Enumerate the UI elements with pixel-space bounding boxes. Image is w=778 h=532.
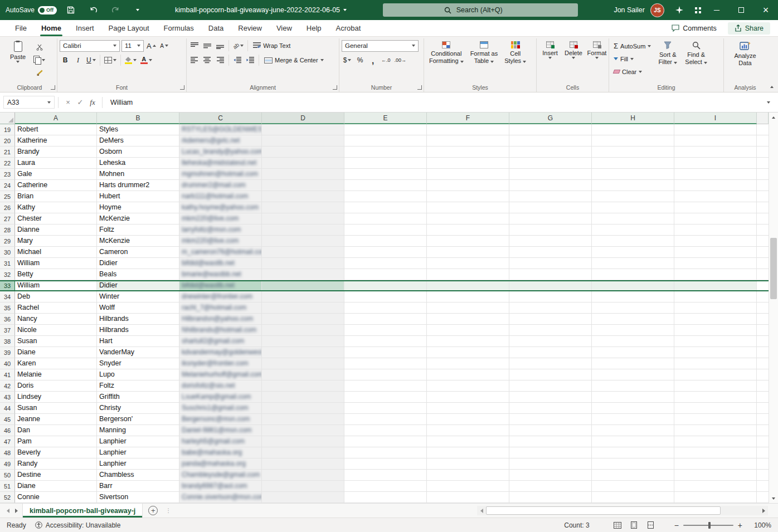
cell-I45[interactable] bbox=[674, 414, 757, 425]
ribbon-options-button[interactable] bbox=[688, 0, 704, 20]
insert-function-button[interactable]: fx bbox=[86, 96, 99, 109]
row-header-43[interactable]: 43 bbox=[0, 392, 15, 403]
cell-I50[interactable] bbox=[674, 470, 757, 481]
cell-B21[interactable]: Osborn bbox=[97, 147, 179, 158]
cell-A48[interactable]: Beverly bbox=[15, 447, 97, 458]
cell-F49[interactable] bbox=[427, 458, 509, 470]
cell-A30[interactable]: Michael bbox=[15, 247, 97, 258]
column-header-I[interactable]: I bbox=[674, 113, 757, 124]
cell-B29[interactable]: McKenzie bbox=[97, 236, 179, 247]
cell-A47[interactable]: Pam bbox=[15, 436, 97, 447]
align-left-button[interactable] bbox=[189, 55, 200, 66]
cell-A22[interactable]: Laura bbox=[15, 158, 97, 169]
fill-button[interactable]: Fill bbox=[611, 53, 653, 65]
row-header-24[interactable]: 24 bbox=[0, 180, 15, 191]
cell-G26[interactable] bbox=[509, 202, 592, 213]
cell-B41[interactable]: Lupo bbox=[97, 369, 179, 380]
cell-F23[interactable] bbox=[427, 169, 509, 180]
cell-H20[interactable] bbox=[592, 135, 674, 147]
cell-F30[interactable] bbox=[427, 247, 509, 258]
cell-F50[interactable] bbox=[427, 470, 509, 481]
decrease-indent-button[interactable] bbox=[232, 55, 243, 66]
cell-F20[interactable] bbox=[427, 135, 509, 147]
sort-filter-button[interactable]: Sort &Filter bbox=[654, 39, 681, 83]
cell-C39[interactable]: kdvandermay@goldenwest.net bbox=[179, 347, 262, 358]
cell-E42[interactable] bbox=[344, 380, 427, 392]
cell-A26[interactable]: Kathy bbox=[15, 202, 97, 213]
row-header-23[interactable]: 23 bbox=[0, 169, 15, 180]
cell-C43[interactable]: LsueKamp@gmail.com bbox=[179, 392, 262, 403]
autosave-toggle[interactable]: AutoSave Off bbox=[6, 6, 57, 14]
row-header-38[interactable]: 38 bbox=[0, 336, 15, 347]
cell-H50[interactable] bbox=[592, 470, 674, 481]
row-header-27[interactable]: 27 bbox=[0, 213, 15, 224]
underline-button[interactable]: U bbox=[85, 55, 97, 66]
zoom-slider-thumb[interactable] bbox=[708, 522, 711, 529]
cell-E27[interactable] bbox=[344, 213, 427, 224]
cell-C23[interactable]: mgmohnen@hotmail.com bbox=[179, 169, 262, 180]
tab-scroll-splitter[interactable]: ⋮ bbox=[166, 507, 172, 514]
cell-B42[interactable]: Foltz bbox=[97, 380, 179, 392]
cell-F22[interactable] bbox=[427, 158, 509, 169]
delete-cells-button[interactable]: Delete bbox=[562, 39, 585, 83]
align-bottom-button[interactable] bbox=[215, 40, 226, 52]
increase-decimal-button[interactable]: ←.0 bbox=[380, 55, 392, 66]
cell-H52[interactable] bbox=[592, 492, 674, 503]
column-header-G[interactable]: G bbox=[509, 113, 592, 124]
cell-D47[interactable] bbox=[262, 436, 344, 447]
vertical-scroll-track[interactable] bbox=[769, 122, 778, 494]
view-normal-button[interactable] bbox=[612, 520, 623, 530]
cell-I46[interactable] bbox=[674, 425, 757, 436]
cell-A35[interactable]: Rachel bbox=[15, 302, 97, 314]
add-sheet-button[interactable]: + bbox=[148, 506, 158, 515]
cell-F33[interactable] bbox=[427, 280, 509, 291]
cell-B37[interactable]: Hilbrands bbox=[97, 325, 179, 336]
cell-I52[interactable] bbox=[674, 492, 757, 503]
cell-F27[interactable] bbox=[427, 213, 509, 224]
number-dialog-launcher-icon[interactable] bbox=[417, 85, 422, 90]
cell-H35[interactable] bbox=[592, 302, 674, 314]
cell-C51[interactable]: brandy6987@aol.com bbox=[179, 481, 262, 492]
cell-C34[interactable]: dnewinter@frontier.com bbox=[179, 291, 262, 302]
row-header-34[interactable]: 34 bbox=[0, 291, 15, 302]
sheet-nav-right-icon[interactable] bbox=[15, 509, 18, 513]
cell-C32[interactable]: bmarie@wastbb.net bbox=[179, 269, 262, 280]
cell-B32[interactable]: Beals bbox=[97, 269, 179, 280]
cell-F37[interactable] bbox=[427, 325, 509, 336]
tab-help[interactable]: Help bbox=[299, 20, 329, 36]
cell-A34[interactable]: Deb bbox=[15, 291, 97, 302]
tab-page-layout[interactable]: Page Layout bbox=[101, 20, 157, 36]
row-header-33[interactable]: 33 bbox=[0, 280, 15, 291]
font-dialog-launcher-icon[interactable] bbox=[180, 85, 184, 90]
cell-G50[interactable] bbox=[509, 470, 592, 481]
cell-E37[interactable] bbox=[344, 325, 427, 336]
cell-A23[interactable]: Gale bbox=[15, 169, 97, 180]
cell-G33[interactable] bbox=[509, 280, 592, 291]
cell-D49[interactable] bbox=[262, 458, 344, 470]
cell-G47[interactable] bbox=[509, 436, 592, 447]
cell-A45[interactable]: Jeanne bbox=[15, 414, 97, 425]
cell-H48[interactable] bbox=[592, 447, 674, 458]
copy-button[interactable] bbox=[32, 54, 46, 66]
cell-E25[interactable] bbox=[344, 191, 427, 202]
font-name-select[interactable]: Calibri bbox=[60, 40, 120, 52]
tab-formulas[interactable]: Formulas bbox=[157, 20, 201, 36]
cell-F41[interactable] bbox=[427, 369, 509, 380]
font-color-button[interactable]: A bbox=[139, 55, 153, 66]
vertical-scroll-thumb[interactable] bbox=[770, 238, 777, 299]
cell-F29[interactable] bbox=[427, 236, 509, 247]
horizontal-scroll-thumb[interactable] bbox=[486, 506, 721, 515]
column-header-E[interactable]: E bbox=[344, 113, 427, 124]
cell-E24[interactable] bbox=[344, 180, 427, 191]
cell-E45[interactable] bbox=[344, 414, 427, 425]
cell-B31[interactable]: Didier bbox=[97, 258, 179, 269]
cell-A37[interactable]: Nicole bbox=[15, 325, 97, 336]
cell-D45[interactable] bbox=[262, 414, 344, 425]
align-center-button[interactable] bbox=[202, 55, 213, 66]
cell-I32[interactable] bbox=[674, 269, 757, 280]
cell-E47[interactable] bbox=[344, 436, 427, 447]
cell-C38[interactable]: shartull2@gmail.com bbox=[179, 336, 262, 347]
row-header-32[interactable]: 32 bbox=[0, 269, 15, 280]
hscroll-left-button[interactable] bbox=[477, 506, 486, 515]
document-title[interactable]: kimball-popcorn-ball-giveaway-june-2022-… bbox=[175, 6, 347, 14]
